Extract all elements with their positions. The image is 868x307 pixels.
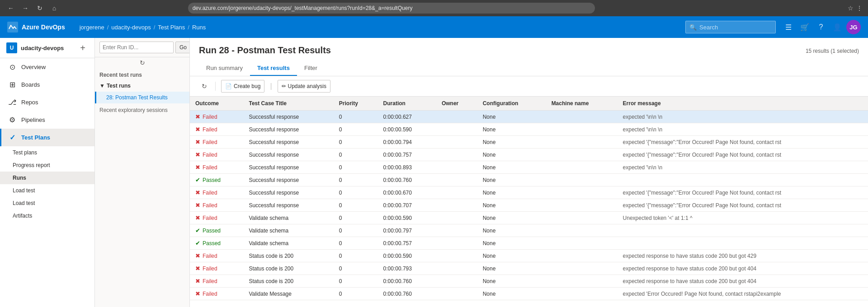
cell-owner: [436, 186, 477, 199]
table-row[interactable]: ✖ Failed Status code is 200 0 0:00:00.59…: [190, 250, 868, 262]
run-id-input[interactable]: [99, 42, 174, 53]
table-row[interactable]: ✖ Failed Validate Message 0 0:00:00.760 …: [190, 288, 868, 300]
create-bug-label: Create bug: [234, 83, 260, 89]
go-button[interactable]: Go: [175, 42, 190, 53]
cell-error: expected 'Error Occured! Page Not found,…: [618, 288, 868, 300]
test-plans-icon: ✓: [8, 133, 17, 142]
table-row[interactable]: ✔ Passed Validate schema 0 0:00:00.757 N…: [190, 237, 868, 250]
table-header-row: Outcome Test Case Title Priority Duratio…: [190, 97, 868, 111]
cell-config: None: [477, 136, 546, 149]
table-row[interactable]: ✖ Failed Successful response 0 0:00:00.7…: [190, 199, 868, 212]
sidebar-item-boards[interactable]: ⊞ Boards: [0, 76, 94, 93]
url-bar[interactable]: dev.azure.com/jorgerene/udacity-devops/_…: [188, 3, 595, 14]
table-row[interactable]: ✔ Passed Successful response 0 0:00:00.7…: [190, 174, 868, 186]
sidebar-org-header: U udacity-devops +: [0, 38, 94, 58]
breadcrumb-runs[interactable]: Runs: [192, 24, 206, 31]
table-row[interactable]: ✖ Failed Status code is 200 0 0:00:00.76…: [190, 275, 868, 288]
sidebar-item-progress-report[interactable]: Progress report: [0, 159, 94, 172]
cell-config: None: [477, 288, 546, 300]
help-icon[interactable]: ?: [814, 20, 828, 34]
run-item-28[interactable]: 28: Postman Test Results: [95, 92, 189, 103]
cell-config: None: [477, 250, 546, 262]
sidebar-item-artifacts[interactable]: Artifacts: [0, 209, 94, 222]
back-button[interactable]: ←: [5, 3, 16, 14]
outcome-label: Passed: [203, 228, 221, 234]
search-placeholder: Search: [699, 24, 718, 31]
cell-priority: 0: [334, 288, 378, 300]
table-row[interactable]: ✖ Failed Successful response 0 0:00:00.6…: [190, 186, 868, 199]
user-settings-icon[interactable]: 👤: [830, 20, 844, 34]
star-icon[interactable]: ☆: [848, 5, 854, 12]
sidebar-item-load-test-1[interactable]: Load test: [0, 184, 94, 197]
cell-outcome: ✖ Failed: [190, 275, 243, 288]
cell-config: None: [477, 199, 546, 212]
breadcrumb-org[interactable]: jorgerene: [80, 24, 104, 31]
fail-icon: ✖: [195, 151, 200, 158]
refresh-button[interactable]: ↻: [95, 57, 189, 68]
cell-config: None: [477, 212, 546, 224]
cell-config: None: [477, 224, 546, 237]
tab-test-results[interactable]: Test results: [250, 61, 297, 76]
col-priority: Priority: [334, 97, 378, 111]
test-runs-group-label: ▼ Test runs: [95, 80, 189, 92]
cell-owner: [436, 149, 477, 161]
cell-title: Status code is 200: [243, 275, 333, 288]
sidebar-item-overview[interactable]: ⊙ Overview: [0, 58, 94, 76]
menu-icon[interactable]: ⋮: [856, 5, 863, 12]
cell-duration: 0:00:00.760: [378, 288, 436, 300]
sidebar-item-load-test-2[interactable]: Load test: [0, 197, 94, 209]
sidebar-item-pipelines[interactable]: ⚙ Pipelines: [0, 111, 94, 129]
cell-owner: [436, 123, 477, 136]
table-row[interactable]: ✖ Failed Successful response 0 0:00:00.8…: [190, 161, 868, 174]
breadcrumb-sep-1: /: [107, 24, 109, 31]
cell-error: Unexpected token '<' at 1:1 ^: [618, 212, 868, 224]
sidebar-item-runs[interactable]: Runs: [0, 172, 94, 184]
table-row[interactable]: ✖ Failed Successful response 0 0:00:00.7…: [190, 136, 868, 149]
breadcrumb-test-plans[interactable]: Test Plans: [158, 24, 185, 31]
settings-icon[interactable]: ☰: [781, 20, 796, 34]
cell-owner: [436, 161, 477, 174]
azure-devops-logo-icon: [7, 22, 18, 33]
cell-machine: [546, 149, 618, 161]
sidebar-item-repos[interactable]: ⎇ Repos: [0, 93, 94, 111]
cell-error: expected response to have status code 20…: [618, 250, 868, 262]
tab-filter[interactable]: Filter: [297, 61, 325, 76]
repos-icon: ⎇: [8, 98, 17, 107]
table-row[interactable]: ✖ Failed Status code is 200 0 0:00:00.79…: [190, 262, 868, 275]
cell-duration: 0:00:00.590: [378, 250, 436, 262]
toolbar-refresh-button[interactable]: ↻: [199, 81, 210, 92]
outcome-label: Passed: [203, 177, 221, 183]
sidebar-item-test-plans-sub[interactable]: Test plans: [0, 146, 94, 159]
table-row[interactable]: ✔ Passed Validate schema 0 0:00:00.797 N…: [190, 224, 868, 237]
app-logo[interactable]: Azure DevOps: [7, 22, 65, 33]
org-name: udacity-devops: [21, 45, 64, 51]
tab-run-summary[interactable]: Run summary: [199, 61, 250, 76]
sidebar-item-test-plans[interactable]: ✓ Test Plans: [0, 129, 94, 146]
outcome-label: Failed: [203, 139, 217, 145]
cell-priority: 0: [334, 275, 378, 288]
table-row[interactable]: ✖ Failed Successful response 0 0:00:00.7…: [190, 149, 868, 161]
outcome-label: Failed: [203, 202, 217, 209]
add-project-button[interactable]: +: [77, 42, 88, 53]
breadcrumb-project[interactable]: udacity-devops: [111, 24, 151, 31]
fail-icon: ✖: [195, 202, 200, 209]
cell-duration: 0:00:00.794: [378, 136, 436, 149]
cart-icon[interactable]: 🛒: [797, 20, 812, 34]
update-analysis-button[interactable]: ✏ Update analysis: [278, 80, 330, 93]
table-row[interactable]: ✖ Failed Successful response 0 0:00:00.5…: [190, 123, 868, 136]
table-row[interactable]: ✖ Failed Validate schema 0 0:00:00.590 N…: [190, 212, 868, 224]
cell-title: Status code is 200: [243, 250, 333, 262]
create-bug-button[interactable]: 📄 Create bug: [221, 80, 264, 93]
main-content: Run 28 - Postman Test Results 15 results…: [190, 38, 868, 307]
cell-machine: [546, 262, 618, 275]
reload-button[interactable]: ↻: [34, 3, 45, 14]
header-search[interactable]: 🔍 Search: [685, 21, 776, 33]
table-row[interactable]: ✖ Failed Successful response 0 0:00:00.6…: [190, 111, 868, 123]
forward-button[interactable]: →: [20, 3, 31, 14]
home-button[interactable]: ⌂: [49, 3, 60, 14]
breadcrumb: jorgerene / udacity-devops / Test Plans …: [80, 24, 206, 31]
cell-outcome: ✖ Failed: [190, 111, 243, 123]
cell-title: Validate schema: [243, 224, 333, 237]
avatar[interactable]: JG: [846, 20, 861, 34]
cell-outcome: ✖ Failed: [190, 199, 243, 212]
